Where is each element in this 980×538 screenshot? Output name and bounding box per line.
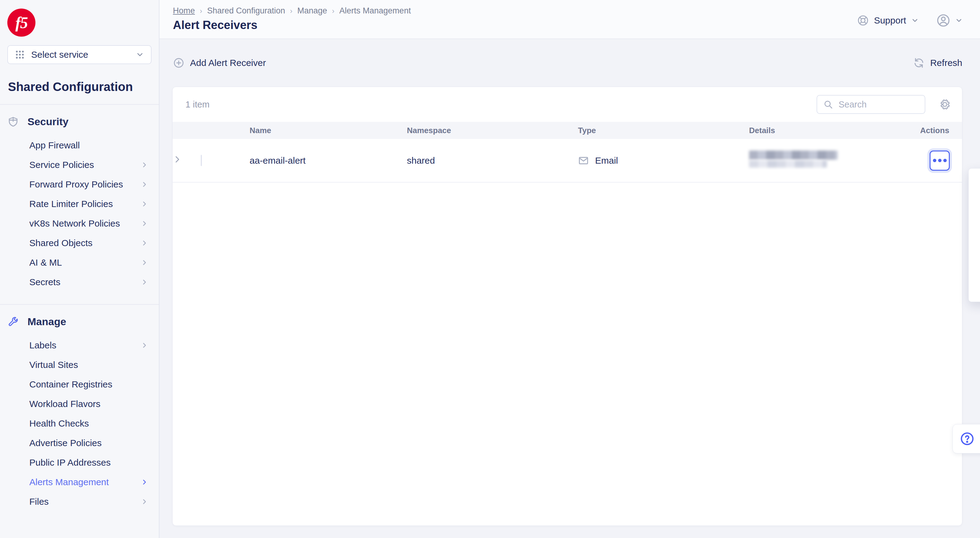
- chevron-right-icon: ›: [290, 7, 292, 15]
- sidebar-item-rate-limiter-policies[interactable]: Rate Limiter Policies: [7, 194, 151, 214]
- item-count: 1 item: [185, 100, 210, 110]
- plus-circle-icon: [173, 57, 185, 69]
- gear-icon: [939, 98, 951, 111]
- sidebar-item-files[interactable]: Files: [7, 492, 151, 511]
- menu-item-verify-email[interactable]: Verify Email: [969, 255, 980, 274]
- sidebar-section-manage: Manage Labels Virtual Sites Container Re…: [0, 304, 159, 524]
- chevron-right-icon: [140, 161, 148, 169]
- chevron-right-icon: [140, 498, 148, 506]
- cell-name[interactable]: aa-email-alert: [231, 139, 407, 182]
- menu-item-enter-verification-code[interactable]: Enter verification code: [969, 274, 980, 294]
- app-window: f5 Select service Shared Configuration: [0, 0, 980, 538]
- table-settings-button[interactable]: [939, 98, 951, 111]
- sidebar-section-header-security[interactable]: Security: [7, 116, 151, 128]
- grid-icon: [15, 49, 25, 60]
- context-title: Shared Configuration: [7, 80, 151, 104]
- question-circle-icon: [959, 431, 975, 446]
- sidebar-item-forward-proxy-policies[interactable]: Forward Proxy Policies: [7, 175, 151, 194]
- sidebar-item-public-ip-addresses[interactable]: Public IP Addresses: [7, 453, 151, 472]
- column-header-details: Details: [749, 122, 920, 139]
- chevron-right-icon: [140, 200, 148, 208]
- chevron-right-icon: ›: [332, 7, 334, 15]
- table-row: aa-email-alert shared Email: [173, 139, 962, 182]
- table-toolbar: 1 item: [173, 87, 962, 122]
- help-widget[interactable]: [953, 424, 980, 454]
- section-label: Security: [27, 116, 68, 128]
- sidebar-item-ai-ml[interactable]: AI & ML: [7, 253, 151, 272]
- cell-namespace: shared: [407, 139, 578, 182]
- breadcrumb-home[interactable]: Home: [173, 6, 195, 16]
- breadcrumb-shared-configuration[interactable]: Shared Configuration: [207, 6, 285, 16]
- chevron-right-icon: [140, 259, 148, 267]
- chevron-right-icon: [140, 278, 148, 286]
- sidebar-item-service-policies[interactable]: Service Policies: [7, 155, 151, 175]
- support-menu[interactable]: Support: [857, 14, 919, 27]
- alert-receivers-table-card: 1 item: [172, 87, 962, 526]
- menu-item-send-test-alert[interactable]: Send Test Alert: [969, 235, 980, 255]
- table-header-row: Name Namespace Type Details Actions: [173, 122, 962, 139]
- support-label: Support: [874, 15, 906, 25]
- column-header-actions: Actions: [920, 122, 962, 139]
- f5-logo[interactable]: f5: [7, 8, 35, 37]
- refresh-icon: [913, 57, 925, 69]
- sidebar-section-header-manage[interactable]: Manage: [7, 316, 151, 328]
- column-header-type[interactable]: Type: [578, 122, 749, 139]
- breadcrumb-alerts-management: Alerts Management: [339, 6, 411, 16]
- menu-item-delete[interactable]: Delete: [969, 216, 980, 235]
- sidebar-item-labels[interactable]: Labels: [7, 336, 151, 355]
- sidebar-item-shared-objects[interactable]: Shared Objects: [7, 233, 151, 253]
- sidebar-item-secrets[interactable]: Secrets: [7, 272, 151, 292]
- sidebar-item-health-checks[interactable]: Health Checks: [7, 414, 151, 433]
- search-input[interactable]: [838, 100, 919, 110]
- breadcrumb: Home › Shared Configuration › Manage › A…: [173, 6, 411, 16]
- row-expander-icon[interactable]: [173, 155, 182, 164]
- page-title: Alert Receivers: [173, 19, 411, 32]
- wrench-icon: [7, 316, 19, 328]
- add-alert-receiver-button[interactable]: Add Alert Receiver: [173, 57, 266, 69]
- content-area: Add Alert Receiver Refresh 1 item: [159, 39, 980, 538]
- column-header-namespace[interactable]: Namespace: [407, 122, 578, 139]
- search-icon: [823, 100, 833, 109]
- page-actions-row: Add Alert Receiver Refresh: [159, 39, 980, 87]
- sidebar-item-vk8s-network-policies[interactable]: vK8s Network Policies: [7, 214, 151, 233]
- chevron-right-icon: [140, 239, 148, 247]
- chevron-right-icon: ›: [200, 7, 202, 15]
- search-box: [816, 95, 925, 114]
- alert-receivers-table: Name Namespace Type Details Actions: [173, 122, 962, 183]
- shield-icon: [7, 116, 19, 128]
- sidebar-item-container-registries[interactable]: Container Registries: [7, 375, 151, 394]
- row-checkbox[interactable]: [201, 155, 202, 166]
- chevron-down-icon: [911, 16, 919, 24]
- main-area: Home › Shared Configuration › Manage › A…: [159, 0, 980, 538]
- chevron-down-icon: [136, 51, 144, 59]
- email-icon: [578, 155, 589, 166]
- select-service-label: Select service: [31, 49, 129, 60]
- column-header-name[interactable]: Name: [231, 122, 407, 139]
- breadcrumb-manage[interactable]: Manage: [297, 6, 327, 16]
- cell-type: Email: [578, 155, 749, 166]
- redacted-details: [749, 151, 841, 168]
- top-header: Home › Shared Configuration › Manage › A…: [159, 0, 980, 39]
- chevron-right-icon: [140, 219, 148, 227]
- sidebar-section-security: Security App Firewall Service Policies F…: [0, 105, 159, 304]
- chevron-right-icon: [140, 478, 148, 486]
- menu-item-manage-configuration[interactable]: Manage Configuration: [969, 176, 980, 196]
- avatar-icon: [936, 13, 951, 28]
- chevron-right-icon: [140, 341, 148, 349]
- row-actions-menu: Manage Configuration Clone Object Delete: [968, 168, 980, 302]
- chevron-down-icon: [955, 16, 963, 24]
- section-label: Manage: [27, 316, 66, 328]
- row-actions-button[interactable]: [930, 151, 950, 171]
- lifebuoy-icon: [857, 14, 869, 27]
- sidebar-item-app-firewall[interactable]: App Firewall: [7, 136, 151, 155]
- menu-item-clone-object[interactable]: Clone Object: [969, 196, 980, 216]
- sidebar-item-virtual-sites[interactable]: Virtual Sites: [7, 355, 151, 375]
- sidebar: f5 Select service Shared Configuration: [0, 0, 159, 538]
- sidebar-item-workload-flavors[interactable]: Workload Flavors: [7, 394, 151, 414]
- user-menu[interactable]: [936, 13, 963, 28]
- sidebar-item-alerts-management[interactable]: Alerts Management: [7, 472, 151, 492]
- chevron-right-icon: [140, 181, 148, 188]
- sidebar-item-advertise-policies[interactable]: Advertise Policies: [7, 433, 151, 453]
- select-service-dropdown[interactable]: Select service: [7, 45, 151, 64]
- refresh-button[interactable]: Refresh: [913, 57, 962, 69]
